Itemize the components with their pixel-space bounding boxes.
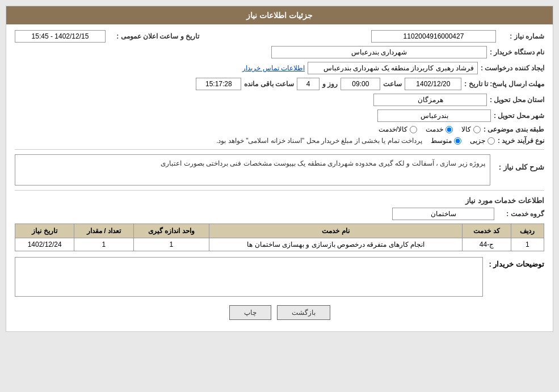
subject-kala-radio[interactable] [473,126,481,133]
subject-label: طبقه بندی موضوعی : [484,125,544,133]
comments-textarea[interactable] [15,257,483,297]
services-section: اطلاعات خدمات مورد نیاز گروه خدمت : ردیف… [15,196,544,251]
purchase-jozi-item[interactable]: جزیی [470,137,495,145]
creator-label: ایجاد کننده درخواست : [481,64,544,72]
buyer-org-label: نام دستگاه خریدار : [490,48,544,56]
col-header-unit: واحد اندازه گیری [133,224,209,238]
request-number-input[interactable] [371,30,496,43]
cell-code: ج-44 [463,238,511,251]
cell-name: انجام کارهای متفرقه درخصوص بازسازی و بهس… [209,238,463,251]
col-header-row: ردیف [511,224,544,238]
cell-unit: 1 [133,238,209,251]
page-title: جزئیات اطلاعات نیاز [246,11,313,20]
purchase-type-radio-group: جزیی متوسط [431,137,495,145]
province-label: استان محل تحویل : [490,96,544,104]
announce-date-input[interactable] [15,30,106,43]
subject-radio-group: کالا خدمت کالا/خدمت [379,125,481,133]
table-row: 1 ج-44 انجام کارهای متفرقه درخصوص بازساز… [15,238,544,251]
back-button[interactable]: بازگشت [277,305,330,320]
purchase-motavasset-label: متوسط [431,137,452,145]
description-content: پروژه زیر سازی ، آسفالت و لکه گیری محدود… [15,154,490,186]
subject-kala-khedmat-radio[interactable] [410,126,417,133]
request-number-label: شماره نیاز : [499,32,544,40]
subject-kala-khedmat-label: کالا/خدمت [379,125,407,133]
deadline-remaining-label: ساعت باقی مانده [244,80,294,88]
subject-kala-label: کالا [461,125,471,133]
cell-row: 1 [511,238,544,251]
subject-kala-item[interactable]: کالا [461,125,481,133]
separator-1 [15,149,544,150]
deadline-remaining-input[interactable] [196,78,241,90]
contact-link[interactable]: اطلاعات تماس خریدار [242,64,305,72]
group-service-label: گروه خدمت : [499,210,544,218]
comments-label: توضیحات خریدار : [489,257,544,268]
buyer-org-input[interactable] [271,46,487,58]
subject-khedmat-radio[interactable] [445,126,453,133]
services-section-title: اطلاعات خدمات مورد نیاز [15,196,544,205]
description-text: پروژه زیر سازی ، آسفالت و لکه گیری محدود… [161,159,485,167]
city-input[interactable] [377,109,491,122]
col-header-date: تاریخ نیاز [15,224,74,238]
description-label: شرح کلی نیاز : [493,160,544,171]
purchase-jozi-radio[interactable] [487,137,495,145]
cell-quantity: 1 [74,238,133,251]
col-header-name: نام خدمت [209,224,463,238]
announce-date-label: تاریخ و ساعت اعلان عمومی : [108,32,199,40]
print-button[interactable]: چاپ [229,305,271,320]
services-table: ردیف کد خدمت نام خدمت واحد اندازه گیری ت… [15,224,544,251]
deadline-days-input[interactable] [297,78,320,90]
province-input[interactable] [373,94,487,106]
deadline-label: مهلت ارسال پاسخ: تا تاریخ : [464,80,544,88]
deadline-days-label: روز و [322,80,338,88]
comments-section: توضیحات خریدار : [15,257,544,297]
col-header-code: کد خدمت [463,224,511,238]
col-header-quantity: تعداد / مقدار [74,224,133,238]
purchase-motavasset-radio[interactable] [454,137,461,145]
cell-date: 1402/12/24 [15,238,74,251]
deadline-time-input[interactable] [341,78,380,90]
subject-khedmat-item[interactable]: خدمت [426,125,453,133]
button-row: بازگشت چاپ [15,305,544,320]
subject-kala-khedmat-item[interactable]: کالا/خدمت [379,125,417,133]
purchase-note: پرداخت تمام یا بخشی از مبلغ خریدار محل "… [216,137,422,145]
separator-2 [15,190,544,191]
subject-khedmat-label: خدمت [426,125,443,133]
page-header: جزئیات اطلاعات نیاز [6,6,553,24]
deadline-date-input[interactable] [405,78,461,90]
group-service-input[interactable] [392,208,494,220]
purchase-jozi-label: جزیی [470,137,485,145]
purchase-motavasset-item[interactable]: متوسط [431,137,461,145]
purchase-type-label: نوع فرآیند خرید : [498,137,544,145]
creator-input[interactable] [308,62,478,74]
deadline-time-label: ساعت [383,80,402,88]
city-label: شهر محل تحویل : [494,112,544,120]
